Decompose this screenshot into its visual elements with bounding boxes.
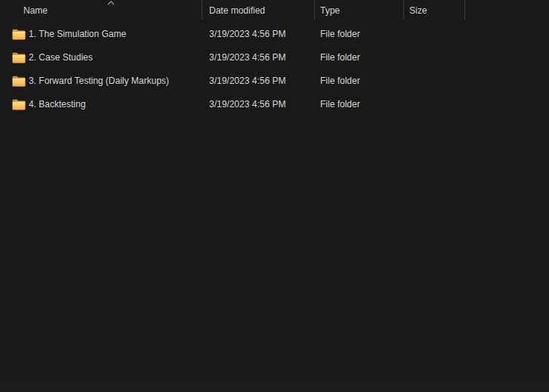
column-header-date-modified[interactable]: Date modified <box>209 5 265 17</box>
file-date-modified: 3/19/2023 4:56 PM <box>209 69 285 93</box>
sort-ascending-chevron-icon <box>106 0 116 6</box>
file-type: File folder <box>320 23 360 46</box>
table-row[interactable]: 2. Case Studies 3/19/2023 4:56 PM File f… <box>0 46 549 69</box>
table-row[interactable]: 1. The Simulation Game 3/19/2023 4:56 PM… <box>0 23 549 46</box>
column-header-name[interactable]: Name <box>23 5 48 17</box>
status-bar <box>0 382 549 392</box>
file-date-modified: 3/19/2023 4:56 PM <box>209 23 285 46</box>
file-date-modified: 3/19/2023 4:56 PM <box>209 93 285 116</box>
column-resize-handle[interactable] <box>314 0 315 20</box>
file-type: File folder <box>320 93 360 116</box>
column-resize-handle[interactable] <box>464 0 465 20</box>
file-name: 4. Backtesting <box>29 93 85 116</box>
table-row[interactable]: 4. Backtesting 3/19/2023 4:56 PM File fo… <box>0 93 549 116</box>
folder-icon <box>12 29 26 40</box>
column-header-row: Name Date modified Type Size <box>0 0 549 21</box>
folder-icon <box>12 76 26 87</box>
column-header-size[interactable]: Size <box>409 5 427 17</box>
column-resize-handle[interactable] <box>202 0 202 20</box>
file-date-modified: 3/19/2023 4:56 PM <box>209 46 285 69</box>
file-type: File folder <box>320 69 360 93</box>
folder-icon <box>12 52 26 63</box>
folder-icon <box>12 99 26 110</box>
column-header-type[interactable]: Type <box>320 5 340 17</box>
file-explorer-list-view: Name Date modified Type Size 1. The Simu… <box>0 0 549 392</box>
file-name: 3. Forward Testing (Daily Markups) <box>29 69 169 93</box>
table-row[interactable]: 3. Forward Testing (Daily Markups) 3/19/… <box>0 69 549 93</box>
column-resize-handle[interactable] <box>403 0 404 20</box>
file-name: 2. Case Studies <box>29 46 93 69</box>
file-type: File folder <box>320 46 360 69</box>
file-rows: 1. The Simulation Game 3/19/2023 4:56 PM… <box>0 23 549 116</box>
file-name: 1. The Simulation Game <box>29 23 126 46</box>
